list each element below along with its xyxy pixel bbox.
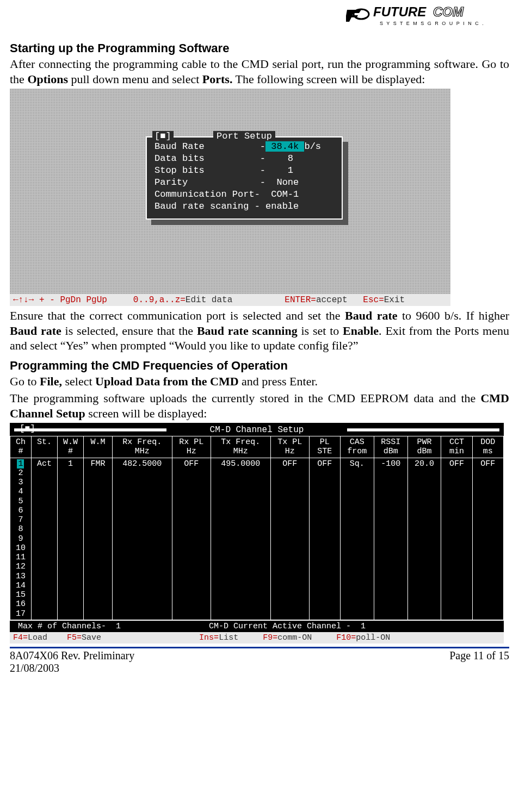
page-number: Page 11 of 15 [449,649,509,674]
section-heading-startup: Starting up the Programming Software [10,41,509,55]
column-header: PL STE [309,436,340,458]
baud-rate-value[interactable]: 38.4k [265,141,304,152]
port-setup-dialog: [■] Port Setup Baud Rate - 38.4k b/s Dat… [146,136,343,220]
svg-text:FUTURE: FUTURE [373,4,427,19]
column-header: PWR dBm [407,436,441,458]
doc-date: 21/08/2003 [10,662,134,674]
channel-number[interactable]: 14 [16,581,26,590]
channel-number[interactable]: 2 [18,469,23,478]
cell[interactable]: 1 [58,458,84,620]
channel-table-head: Ch #St.W.W #W.MRx Freq. MHzRx PL HzTx Fr… [10,436,504,458]
channel-number[interactable]: 9 [18,534,23,544]
channel-number[interactable]: 13 [16,572,26,581]
svg-text:S Y S T E M S   G R O U P   I : S Y S T E M S G R O U P I N C . [380,21,485,26]
channel-statusbar: F4=Load F5=Save Ins=List F9=comm-ON F10=… [10,632,504,644]
svg-point-0 [354,9,369,19]
column-header: RSSI dBm [374,436,407,458]
column-header: Rx PL Hz [172,436,211,458]
data-bits-row[interactable]: Data bits - 8 [155,153,334,165]
channel-number[interactable]: 6 [18,506,23,515]
column-header: DOD ms [472,436,503,458]
paragraph-upload-2: The programming software uploads the cur… [10,391,509,421]
port-setup-statusbar: ←↑↓→ + - PgDn PgUp 0..9,a..z=Edit data E… [10,294,450,306]
channel-number[interactable]: 16 [16,599,26,609]
cell[interactable]: 20.0 [407,458,441,620]
stop-bits-row[interactable]: Stop bits - 1 [155,165,334,177]
column-header: W.W # [58,436,84,458]
channel-bottom-info: Max # of Channels- 1 CM-D Current Active… [10,620,504,632]
parity-row[interactable]: Parity - None [155,177,334,189]
column-header: Rx Freq. MHz [112,436,172,458]
svg-text:COM: COM [433,4,464,19]
section-heading-programming: Programming the CMD Frequencies of Opera… [10,359,509,373]
brand-logo: FUTURE COM S Y S T E M S G R O U P I N C… [10,0,509,36]
channel-number[interactable]: 5 [18,497,23,506]
dialog-title: Port Setup [147,131,342,141]
column-header: W.M [84,436,113,458]
cell[interactable]: OFF [441,458,472,620]
page-footer: 8A074X06 Rev. Preliminary 21/08/2003 Pag… [10,647,509,674]
column-header: CAS from [340,436,374,458]
cell[interactable]: OFF [270,458,309,620]
column-header: Tx Freq. MHz [211,436,270,458]
doc-revision: 8A074X06 Rev. Preliminary [10,649,134,662]
channel-number[interactable]: 7 [18,515,23,524]
paragraph-startup: After connecting the programming cable t… [10,57,509,86]
com-port-row[interactable]: Communication Port- COM-1 [155,189,334,201]
cell[interactable]: 482.5000 [112,458,172,620]
channel-number[interactable]: 17 [16,609,26,619]
cell[interactable]: 1234567891011121314151617 [10,458,32,620]
cell[interactable]: 495.0000 [211,458,270,620]
baud-rate-row[interactable]: Baud Rate - 38.4k b/s [155,141,334,153]
channel-table[interactable]: Ch #St.W.W #W.MRx Freq. MHzRx PL HzTx Fr… [10,436,504,620]
column-header: Tx PL Hz [270,436,309,458]
column-header: St. [31,436,57,458]
channel-number[interactable]: 3 [18,478,23,487]
channel-number[interactable]: 12 [16,562,26,571]
channel-number[interactable]: 10 [16,544,26,553]
channel-setup-screenshot: [■] CM-D Channel Setup Ch #St.W.W #W.MRx… [10,423,504,644]
cell[interactable]: OFF [309,458,340,620]
table-row[interactable]: 1234567891011121314151617Act1FMR482.5000… [10,458,504,620]
futurecom-logo-icon: FUTURE COM S Y S T E M S G R O U P I N C… [346,2,509,28]
paragraph-upload-1: Go to File, select Upload Data from the … [10,374,509,389]
cell[interactable]: Sq. [340,458,374,620]
channel-number[interactable]: 8 [18,524,23,534]
baud-scan-row[interactable]: Baud rate scaning - enable [155,201,334,213]
column-header: Ch # [10,436,32,458]
channel-number[interactable]: 11 [16,553,26,562]
cell[interactable]: Act [31,458,57,620]
column-header: CCT min [441,436,472,458]
selected-channel[interactable]: 1 [17,459,24,469]
channel-number[interactable]: 15 [16,590,26,599]
channel-dialog-title: CM-D Channel Setup [10,425,504,435]
cell[interactable]: OFF [472,458,503,620]
cell[interactable]: OFF [172,458,211,620]
port-setup-screenshot: [■] Port Setup Baud Rate - 38.4k b/s Dat… [10,89,450,306]
cell[interactable]: -100 [374,458,407,620]
paragraph-port-instructions: Ensure that the correct communication po… [10,308,509,353]
cell[interactable]: FMR [84,458,113,620]
channel-number[interactable]: 4 [18,487,23,496]
